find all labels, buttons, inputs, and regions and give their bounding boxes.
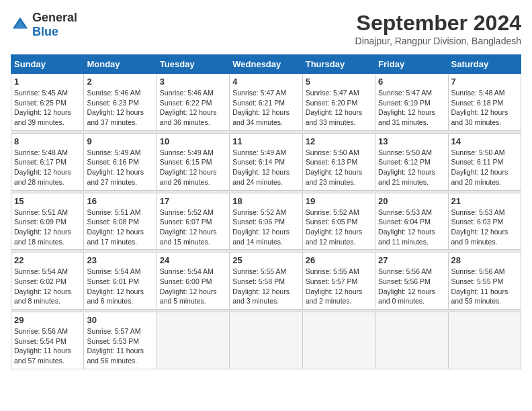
calendar-cell: 4Sunrise: 5:47 AMSunset: 6:21 PMDaylight… bbox=[230, 74, 302, 131]
day-number: 11 bbox=[232, 136, 299, 146]
day-info: Sunrise: 5:51 AMSunset: 6:08 PMDaylight:… bbox=[87, 208, 153, 247]
day-number: 6 bbox=[378, 77, 445, 87]
day-info: Sunrise: 5:54 AMSunset: 6:00 PMDaylight:… bbox=[160, 267, 226, 306]
day-number: 22 bbox=[14, 255, 81, 265]
logo-blue: Blue bbox=[32, 25, 58, 38]
calendar-cell: 15Sunrise: 5:51 AMSunset: 6:09 PMDayligh… bbox=[11, 193, 84, 250]
calendar-cell: 24Sunrise: 5:54 AMSunset: 6:00 PMDayligh… bbox=[157, 253, 229, 310]
calendar-cell: 19Sunrise: 5:52 AMSunset: 6:05 PMDayligh… bbox=[302, 193, 375, 250]
location: Dinajpur, Rangpur Division, Bangladesh bbox=[355, 36, 521, 46]
calendar-cell: 29Sunrise: 5:56 AMSunset: 5:54 PMDayligh… bbox=[11, 312, 84, 369]
calendar-cell: 3Sunrise: 5:46 AMSunset: 6:22 PMDaylight… bbox=[157, 74, 229, 131]
day-info: Sunrise: 5:52 AMSunset: 6:06 PMDaylight:… bbox=[232, 208, 299, 247]
day-info: Sunrise: 5:47 AMSunset: 6:21 PMDaylight:… bbox=[232, 88, 299, 128]
day-info: Sunrise: 5:50 AMSunset: 6:12 PMDaylight:… bbox=[378, 148, 445, 187]
day-number: 15 bbox=[14, 196, 81, 206]
calendar-cell: 13Sunrise: 5:50 AMSunset: 6:12 PMDayligh… bbox=[375, 133, 448, 190]
week-row-5: 29Sunrise: 5:56 AMSunset: 5:54 PMDayligh… bbox=[11, 312, 521, 369]
day-number: 24 bbox=[160, 255, 226, 265]
calendar-cell: 14Sunrise: 5:50 AMSunset: 6:11 PMDayligh… bbox=[448, 133, 521, 190]
calendar-cell bbox=[375, 312, 448, 369]
week-row-3: 15Sunrise: 5:51 AMSunset: 6:09 PMDayligh… bbox=[11, 193, 521, 250]
day-info: Sunrise: 5:50 AMSunset: 6:13 PMDaylight:… bbox=[306, 148, 372, 187]
day-number: 4 bbox=[232, 77, 299, 87]
calendar-cell: 8Sunrise: 5:48 AMSunset: 6:17 PMDaylight… bbox=[11, 133, 84, 190]
header: General Blue September 2024 Dinajpur, Ra… bbox=[11, 11, 521, 46]
logo-general: General bbox=[32, 11, 77, 24]
day-info: Sunrise: 5:52 AMSunset: 6:05 PMDaylight:… bbox=[306, 208, 372, 247]
day-info: Sunrise: 5:56 AMSunset: 5:54 PMDaylight:… bbox=[14, 326, 81, 366]
weekday-header-tuesday: Tuesday bbox=[157, 55, 229, 74]
day-number: 8 bbox=[14, 136, 81, 146]
calendar-cell: 16Sunrise: 5:51 AMSunset: 6:08 PMDayligh… bbox=[84, 193, 157, 250]
day-number: 20 bbox=[378, 196, 445, 206]
day-info: Sunrise: 5:55 AMSunset: 5:57 PMDaylight:… bbox=[306, 267, 372, 306]
day-number: 2 bbox=[87, 77, 153, 87]
day-number: 9 bbox=[87, 136, 153, 146]
day-info: Sunrise: 5:56 AMSunset: 5:56 PMDaylight:… bbox=[378, 267, 445, 306]
day-info: Sunrise: 5:57 AMSunset: 5:53 PMDaylight:… bbox=[87, 326, 153, 366]
calendar-cell: 27Sunrise: 5:56 AMSunset: 5:56 PMDayligh… bbox=[375, 253, 448, 310]
week-row-2: 8Sunrise: 5:48 AMSunset: 6:17 PMDaylight… bbox=[11, 133, 521, 190]
calendar-cell: 7Sunrise: 5:48 AMSunset: 6:18 PMDaylight… bbox=[448, 74, 521, 131]
calendar-cell bbox=[157, 312, 229, 369]
day-info: Sunrise: 5:45 AMSunset: 6:25 PMDaylight:… bbox=[14, 88, 81, 128]
calendar-cell bbox=[302, 312, 375, 369]
day-info: Sunrise: 5:50 AMSunset: 6:11 PMDaylight:… bbox=[451, 148, 518, 187]
day-number: 25 bbox=[232, 255, 299, 265]
day-number: 12 bbox=[306, 136, 372, 146]
week-row-4: 22Sunrise: 5:54 AMSunset: 6:02 PMDayligh… bbox=[11, 253, 521, 310]
calendar-cell: 25Sunrise: 5:55 AMSunset: 5:58 PMDayligh… bbox=[230, 253, 302, 310]
calendar-cell: 12Sunrise: 5:50 AMSunset: 6:13 PMDayligh… bbox=[302, 133, 375, 190]
day-info: Sunrise: 5:49 AMSunset: 6:14 PMDaylight:… bbox=[232, 148, 299, 187]
day-number: 13 bbox=[378, 136, 445, 146]
calendar-cell: 30Sunrise: 5:57 AMSunset: 5:53 PMDayligh… bbox=[84, 312, 157, 369]
day-number: 19 bbox=[306, 196, 372, 206]
week-row-1: 1Sunrise: 5:45 AMSunset: 6:25 PMDaylight… bbox=[11, 74, 521, 131]
day-number: 14 bbox=[451, 136, 518, 146]
day-number: 23 bbox=[87, 255, 153, 265]
day-info: Sunrise: 5:46 AMSunset: 6:23 PMDaylight:… bbox=[87, 88, 153, 128]
calendar-cell: 10Sunrise: 5:49 AMSunset: 6:15 PMDayligh… bbox=[157, 133, 229, 190]
day-number: 3 bbox=[160, 77, 226, 87]
day-info: Sunrise: 5:47 AMSunset: 6:20 PMDaylight:… bbox=[306, 88, 372, 128]
weekday-header-sunday: Sunday bbox=[11, 55, 84, 74]
day-info: Sunrise: 5:49 AMSunset: 6:15 PMDaylight:… bbox=[160, 148, 226, 187]
day-number: 5 bbox=[306, 77, 372, 87]
day-info: Sunrise: 5:54 AMSunset: 6:01 PMDaylight:… bbox=[87, 267, 153, 306]
day-info: Sunrise: 5:47 AMSunset: 6:19 PMDaylight:… bbox=[378, 88, 445, 128]
calendar-cell: 9Sunrise: 5:49 AMSunset: 6:16 PMDaylight… bbox=[84, 133, 157, 190]
title-area: September 2024 Dinajpur, Rangpur Divisio… bbox=[355, 11, 521, 46]
day-number: 7 bbox=[451, 77, 518, 87]
day-info: Sunrise: 5:55 AMSunset: 5:58 PMDaylight:… bbox=[232, 267, 299, 306]
logo-icon bbox=[11, 15, 30, 34]
weekday-header-row: SundayMondayTuesdayWednesdayThursdayFrid… bbox=[11, 55, 521, 74]
day-info: Sunrise: 5:48 AMSunset: 6:18 PMDaylight:… bbox=[451, 88, 518, 128]
day-number: 10 bbox=[160, 136, 226, 146]
day-info: Sunrise: 5:48 AMSunset: 6:17 PMDaylight:… bbox=[14, 148, 81, 187]
weekday-header-monday: Monday bbox=[84, 55, 157, 74]
logo: General Blue bbox=[11, 11, 77, 39]
day-number: 18 bbox=[232, 196, 299, 206]
calendar-cell: 6Sunrise: 5:47 AMSunset: 6:19 PMDaylight… bbox=[375, 74, 448, 131]
day-number: 28 bbox=[451, 255, 518, 265]
calendar-cell: 26Sunrise: 5:55 AMSunset: 5:57 PMDayligh… bbox=[302, 253, 375, 310]
calendar-cell: 20Sunrise: 5:53 AMSunset: 6:04 PMDayligh… bbox=[375, 193, 448, 250]
weekday-header-saturday: Saturday bbox=[448, 55, 521, 74]
day-number: 21 bbox=[451, 196, 518, 206]
month-year: September 2024 bbox=[355, 11, 521, 36]
day-number: 16 bbox=[87, 196, 153, 206]
day-number: 30 bbox=[87, 315, 153, 325]
weekday-header-wednesday: Wednesday bbox=[230, 55, 302, 74]
calendar-cell: 28Sunrise: 5:56 AMSunset: 5:55 PMDayligh… bbox=[448, 253, 521, 310]
day-number: 26 bbox=[306, 255, 372, 265]
day-info: Sunrise: 5:53 AMSunset: 6:03 PMDaylight:… bbox=[451, 208, 518, 247]
day-info: Sunrise: 5:46 AMSunset: 6:22 PMDaylight:… bbox=[160, 88, 226, 128]
day-info: Sunrise: 5:52 AMSunset: 6:07 PMDaylight:… bbox=[160, 208, 226, 247]
calendar-cell: 17Sunrise: 5:52 AMSunset: 6:07 PMDayligh… bbox=[157, 193, 229, 250]
calendar: SundayMondayTuesdayWednesdayThursdayFrid… bbox=[11, 54, 521, 369]
day-number: 1 bbox=[14, 77, 81, 87]
calendar-cell: 2Sunrise: 5:46 AMSunset: 6:23 PMDaylight… bbox=[84, 74, 157, 131]
calendar-cell bbox=[230, 312, 302, 369]
day-info: Sunrise: 5:49 AMSunset: 6:16 PMDaylight:… bbox=[87, 148, 153, 187]
